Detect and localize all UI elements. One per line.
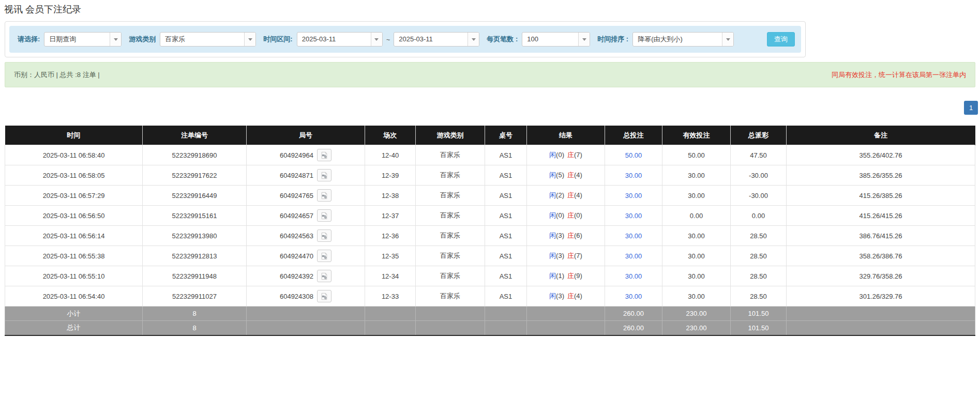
cell-session: 12-33 bbox=[365, 286, 416, 306]
sort-order-select[interactable]: 降幂(由大到小) bbox=[632, 32, 734, 47]
table-row: 2025-03-11 06:58:05 522329917622 6049248… bbox=[5, 165, 975, 186]
cell-round-id: 604924765 bbox=[247, 186, 365, 206]
page-size-label: 每页笔数 : bbox=[487, 35, 518, 44]
player-count: (3) bbox=[556, 232, 564, 239]
subtotal-empty bbox=[485, 306, 527, 321]
banker-count: (7) bbox=[574, 252, 582, 259]
table-header: 时间 注单编号 局号 场次 游戏类别 桌号 结果 总投注 有效投注 总派彩 备注 bbox=[5, 126, 975, 145]
cell-round-id: 604924392 bbox=[247, 266, 365, 286]
view-video-button[interactable] bbox=[317, 189, 331, 202]
table-row: 2025-03-11 06:56:50 522329915161 6049246… bbox=[5, 206, 975, 226]
cell-round-id: 604924964 bbox=[247, 145, 365, 165]
view-video-button[interactable] bbox=[317, 290, 331, 302]
round-id-value: 604924308 bbox=[280, 293, 313, 300]
caret-glyph bbox=[582, 38, 586, 41]
total-total-bet: 260.00 bbox=[605, 321, 662, 335]
page-1-button[interactable]: 1 bbox=[964, 101, 978, 115]
game-type-select[interactable]: 百家乐 bbox=[160, 32, 256, 47]
cell-table-no: AS1 bbox=[485, 165, 527, 186]
cell-total-bet: 50.00 bbox=[605, 145, 662, 165]
col-session: 场次 bbox=[365, 126, 416, 145]
player-label: 闲 bbox=[549, 151, 556, 159]
player-label: 闲 bbox=[549, 171, 556, 179]
chevron-down-icon[interactable] bbox=[468, 33, 479, 46]
chevron-down-icon[interactable] bbox=[244, 33, 255, 46]
table-row: 2025-03-11 06:54:40 522329911027 6049243… bbox=[5, 286, 975, 306]
cell-round-id: 604924871 bbox=[247, 165, 365, 186]
query-type-value: 日期查询 bbox=[44, 33, 110, 46]
player-label: 闲 bbox=[549, 191, 556, 199]
total-bet-link[interactable]: 30.00 bbox=[625, 232, 642, 240]
cell-payout: 0.00 bbox=[731, 206, 787, 226]
cell-payout: 28.50 bbox=[731, 226, 787, 246]
banker-label: 庄 bbox=[567, 191, 574, 199]
total-bet-link[interactable]: 30.00 bbox=[625, 293, 642, 300]
view-video-button[interactable] bbox=[317, 229, 331, 242]
chevron-down-icon[interactable] bbox=[722, 33, 733, 46]
banker-count: (4) bbox=[574, 171, 582, 179]
col-total-bet: 总投注 bbox=[605, 126, 662, 145]
player-label: 闲 bbox=[549, 211, 556, 219]
table-body: 2025-03-11 06:58:40 522329918690 6049249… bbox=[5, 145, 975, 306]
cell-valid-bet: 30.00 bbox=[662, 226, 731, 246]
date-from-value: 2025-03-11 bbox=[297, 33, 371, 46]
cell-time: 2025-03-11 06:58:05 bbox=[5, 165, 143, 186]
query-type-select[interactable]: 日期查询 bbox=[44, 32, 122, 47]
cell-result: 闲(3)庄(7) bbox=[527, 246, 605, 266]
cell-valid-bet: 30.00 bbox=[662, 165, 731, 186]
filter-panel: 请选择: 日期查询 游戏类别 百家乐 时间区间: 2025-03-11 ~ 20… bbox=[5, 21, 806, 57]
cell-bet-id: 522329913980 bbox=[143, 226, 247, 246]
total-empty bbox=[485, 321, 527, 335]
total-bet-link[interactable]: 30.00 bbox=[625, 212, 642, 220]
cell-table-no: AS1 bbox=[485, 246, 527, 266]
page-size-value: 100 bbox=[522, 33, 578, 46]
pagination: 1 bbox=[0, 101, 978, 115]
cell-remark: 329.76/358.26 bbox=[787, 266, 975, 286]
view-video-button[interactable] bbox=[317, 270, 331, 282]
col-payout: 总派彩 bbox=[731, 126, 787, 145]
cell-time: 2025-03-11 06:55:38 bbox=[5, 246, 143, 266]
cell-table-no: AS1 bbox=[485, 145, 527, 165]
total-bet-link[interactable]: 50.00 bbox=[625, 151, 642, 159]
banker-count: (6) bbox=[574, 232, 582, 239]
player-count: (0) bbox=[556, 151, 564, 159]
chevron-down-icon[interactable] bbox=[578, 33, 590, 46]
summary-text: 币别：人民币 | 总共 :8 注单 | bbox=[14, 70, 100, 80]
cell-game-type: 百家乐 bbox=[416, 286, 485, 306]
total-bet-link[interactable]: 30.00 bbox=[625, 252, 642, 260]
player-label: 闲 bbox=[549, 232, 556, 239]
view-video-button[interactable] bbox=[317, 149, 331, 161]
banker-label: 庄 bbox=[567, 292, 574, 300]
player-count: (3) bbox=[556, 252, 564, 259]
player-count: (2) bbox=[556, 191, 564, 199]
cell-game-type: 百家乐 bbox=[416, 165, 485, 186]
page-size-select[interactable]: 100 bbox=[522, 32, 590, 47]
view-video-button[interactable] bbox=[317, 209, 331, 222]
caret-glyph bbox=[114, 38, 118, 41]
cell-payout: 28.50 bbox=[731, 286, 787, 306]
date-to-input[interactable]: 2025-03-11 bbox=[394, 32, 479, 47]
col-game-type: 游戏类别 bbox=[416, 126, 485, 145]
video-record-icon bbox=[321, 212, 328, 220]
date-from-input[interactable]: 2025-03-11 bbox=[297, 32, 383, 47]
total-bet-link[interactable]: 30.00 bbox=[625, 192, 642, 200]
total-bet-link[interactable]: 30.00 bbox=[625, 172, 642, 179]
cell-session: 12-37 bbox=[365, 206, 416, 226]
chevron-down-icon[interactable] bbox=[371, 33, 382, 46]
banker-count: (9) bbox=[574, 272, 582, 280]
search-button[interactable]: 查询 bbox=[767, 32, 795, 47]
view-video-button[interactable] bbox=[317, 250, 331, 262]
cell-bet-id: 522329911948 bbox=[143, 266, 247, 286]
cell-result: 闲(3)庄(4) bbox=[527, 286, 605, 306]
video-record-icon bbox=[321, 293, 328, 300]
col-result: 结果 bbox=[527, 126, 605, 145]
cell-table-no: AS1 bbox=[485, 226, 527, 246]
chevron-down-icon[interactable] bbox=[110, 33, 121, 46]
cell-bet-id: 522329912813 bbox=[143, 246, 247, 266]
subtotal-valid-bet: 230.00 bbox=[662, 306, 731, 321]
cell-game-type: 百家乐 bbox=[416, 206, 485, 226]
view-video-button[interactable] bbox=[317, 169, 331, 181]
subtotal-empty bbox=[416, 306, 485, 321]
total-bet-link[interactable]: 30.00 bbox=[625, 272, 642, 280]
cell-bet-id: 522329911027 bbox=[143, 286, 247, 306]
